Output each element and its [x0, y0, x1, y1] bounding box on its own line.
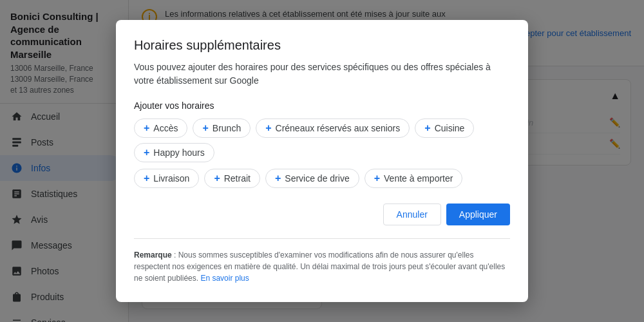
chips-row-1: +Accès+Brunch+Créneaux réservés aux seni… [134, 118, 510, 162]
chip-plus-icon: + [144, 173, 149, 184]
modal-section-title: Ajouter vos horaires [134, 100, 510, 111]
chip-livraison[interactable]: +Livraison [134, 169, 199, 188]
modal-description: Vous pouvez ajouter des horaires pour de… [134, 61, 510, 88]
chip-retrait[interactable]: +Retrait [204, 169, 260, 188]
modal-title: Horaires supplémentaires [134, 38, 510, 53]
chip-vente-à-emporter[interactable]: +Vente à emporter [365, 169, 463, 188]
chip-plus-icon: + [424, 123, 430, 133]
apply-button[interactable]: Appliquer [446, 204, 510, 225]
modal-note: Remarque : Nous sommes susceptibles d'ex… [134, 238, 510, 284]
chip-plus-icon: + [144, 147, 149, 158]
modal: Horaires supplémentaires Vous pouvez ajo… [116, 20, 528, 302]
chip-service-de-drive[interactable]: +Service de drive [265, 169, 359, 188]
chips-row-2: +Livraison+Retrait+Service de drive+Vent… [134, 169, 510, 188]
chip-plus-icon: + [202, 123, 208, 133]
chip-plus-icon: + [214, 173, 220, 184]
chip-accès[interactable]: +Accès [134, 118, 187, 138]
modal-footer: Annuler Appliquer [134, 204, 510, 225]
note-text: : Nous sommes susceptibles d'examiner vo… [134, 251, 505, 283]
chip-plus-icon: + [374, 173, 380, 184]
note-learn-more-link[interactable]: En savoir plus [200, 274, 249, 283]
note-bold: Remarque [134, 251, 172, 260]
chip-happy-hours[interactable]: +Happy hours [134, 143, 214, 162]
chip-plus-icon: + [265, 123, 271, 133]
modal-overlay: Horaires supplémentaires Vous pouvez ajo… [0, 0, 644, 322]
chip-plus-icon: + [144, 123, 149, 133]
chip-brunch[interactable]: +Brunch [193, 118, 251, 138]
chip-cuisine[interactable]: +Cuisine [415, 118, 474, 138]
cancel-button[interactable]: Annuler [383, 204, 441, 225]
chip-créneaux-réservés-aux-seniors[interactable]: +Créneaux réservés aux seniors [256, 118, 410, 138]
chip-plus-icon: + [275, 173, 281, 184]
